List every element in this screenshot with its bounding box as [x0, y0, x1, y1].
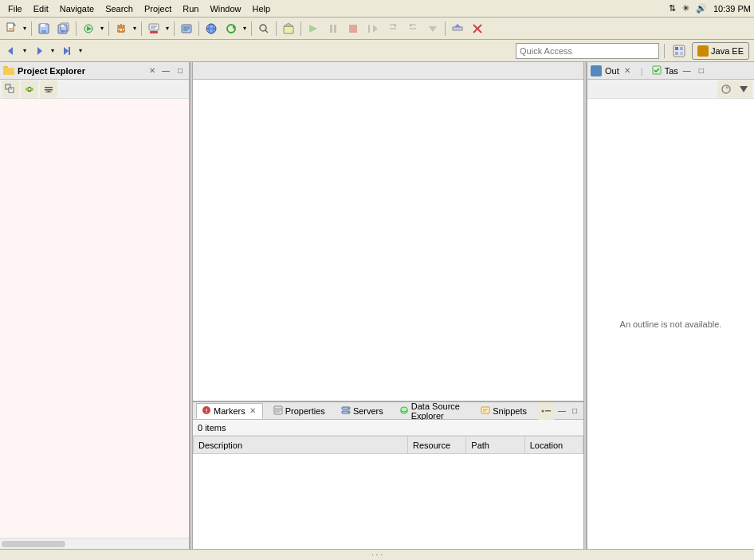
project-explorer-content[interactable]: [0, 99, 189, 538]
search-tool-button[interactable]: [254, 20, 273, 37]
menu-edit[interactable]: Edit: [29, 2, 53, 15]
view-menu-button[interactable]: [40, 80, 57, 98]
col-description[interactable]: Description: [194, 437, 408, 454]
ext-tools-dropdown[interactable]: ▾: [163, 20, 171, 37]
link-with-editor-button[interactable]: [21, 80, 38, 98]
svg-line-34: [265, 30, 268, 33]
step-into-button[interactable]: [363, 20, 383, 37]
save-button[interactable]: [34, 20, 53, 37]
breakpoints-button[interactable]: [468, 20, 487, 37]
quick-access-input[interactable]: [516, 43, 659, 59]
outline-maximize[interactable]: □: [696, 65, 707, 76]
menu-project[interactable]: Project: [139, 2, 176, 15]
java-ee-perspective[interactable]: Java EE: [692, 42, 749, 60]
step-return-button[interactable]: [403, 20, 422, 37]
sep8: [276, 22, 277, 36]
menu-navigate[interactable]: Navigate: [55, 2, 99, 15]
project-explorer-title: Project Explorer: [18, 66, 144, 76]
project-explorer-minimize[interactable]: —: [160, 65, 171, 76]
collapse-all-button[interactable]: [2, 80, 19, 98]
drop-to-frame-button[interactable]: [423, 20, 442, 37]
scrollbar-thumb[interactable]: [2, 541, 65, 547]
outline-title-label: Out: [605, 66, 619, 76]
outline-close[interactable]: ✕: [622, 65, 632, 76]
menu-window[interactable]: Window: [205, 2, 245, 15]
tab-snippets[interactable]: Snippets: [475, 403, 532, 419]
terminate-button[interactable]: [344, 20, 363, 37]
editor-content[interactable]: [193, 80, 583, 401]
svg-rect-21: [149, 24, 159, 30]
sep10: [445, 22, 446, 36]
back-button[interactable]: [2, 42, 21, 60]
ext-tools-group: ▾: [144, 20, 171, 37]
svg-marker-47: [429, 26, 437, 32]
project-explorer-close[interactable]: ✕: [147, 65, 157, 76]
open-task-button[interactable]: [177, 20, 196, 37]
new-dropdown[interactable]: ▾: [21, 20, 29, 37]
build-group: ▾: [79, 20, 106, 37]
sep1: [31, 22, 32, 36]
tab-servers[interactable]: Servers: [336, 403, 389, 419]
svg-point-86: [542, 409, 544, 412]
tasks-tab-label[interactable]: Tas: [665, 66, 678, 76]
sound-icon: 🔊: [696, 3, 707, 14]
save-all-button[interactable]: [54, 20, 73, 37]
build-dropdown[interactable]: ▾: [98, 20, 106, 37]
step-over-button[interactable]: [383, 20, 403, 37]
menu-help[interactable]: Help: [248, 2, 276, 15]
browser-dropdown[interactable]: ▾: [241, 20, 249, 37]
open-perspective-button[interactable]: [670, 42, 689, 60]
team-button[interactable]: [279, 20, 298, 37]
horizontal-scrollbar[interactable]: [0, 538, 189, 549]
open-browser-button[interactable]: [202, 20, 221, 37]
menu-search[interactable]: Search: [100, 2, 138, 15]
svg-marker-71: [45, 91, 53, 92]
col-location[interactable]: Location: [524, 437, 583, 454]
svg-rect-57: [675, 47, 678, 50]
bluetooth-icon: ✳: [682, 3, 689, 14]
svg-marker-1: [14, 23, 16, 25]
build-button[interactable]: [79, 20, 98, 37]
new-button[interactable]: [2, 20, 21, 37]
ext-tools-button[interactable]: [144, 20, 163, 37]
outline-sync-button[interactable]: [717, 80, 735, 98]
forward-button[interactable]: [29, 42, 49, 60]
divider-dots: · · ·: [371, 550, 383, 559]
outline-minimize[interactable]: —: [681, 65, 693, 76]
bottom-view-menu-button[interactable]: [537, 402, 555, 420]
back-dropdown[interactable]: ▾: [21, 42, 29, 60]
markers-table-container[interactable]: Description Resource Path Location: [193, 436, 583, 549]
project-explorer-folder-icon: [3, 65, 14, 76]
menu-file[interactable]: File: [3, 2, 27, 15]
svg-marker-41: [373, 25, 378, 33]
svg-point-14: [117, 25, 120, 28]
menu-run[interactable]: Run: [178, 2, 203, 15]
svg-rect-87: [545, 410, 551, 412]
suspend-button[interactable]: [324, 20, 343, 37]
outline-icon: [591, 65, 602, 76]
project-explorer-maximize[interactable]: □: [175, 65, 186, 76]
markers-tab-close[interactable]: ✕: [248, 405, 257, 416]
forward-dropdown[interactable]: ▾: [49, 42, 57, 60]
svg-marker-52: [8, 47, 13, 55]
resume-button[interactable]: [304, 20, 323, 37]
bottom-maximize[interactable]: □: [569, 405, 580, 417]
markers-info: 0 items: [193, 420, 583, 436]
svg-rect-65: [9, 88, 14, 92]
col-path[interactable]: Path: [466, 437, 524, 454]
tab-properties-label: Properties: [285, 406, 325, 416]
outline-view-menu[interactable]: [735, 80, 752, 98]
svg-rect-59: [675, 52, 678, 55]
tab-markers[interactable]: ! Markers ✕: [196, 403, 263, 419]
open-breakpoints-button[interactable]: [448, 20, 467, 37]
next-button[interactable]: [57, 42, 77, 60]
debug-button[interactable]: [112, 20, 131, 37]
tab-datasource[interactable]: Data Source Explorer: [394, 399, 470, 423]
tab-properties[interactable]: Properties: [268, 403, 331, 419]
next-group: ▾: [57, 42, 84, 60]
next-dropdown[interactable]: ▾: [77, 42, 84, 60]
debug-dropdown[interactable]: ▾: [131, 20, 139, 37]
col-resource[interactable]: Resource: [407, 437, 465, 454]
refresh-button[interactable]: [222, 20, 241, 37]
bottom-minimize[interactable]: —: [556, 405, 567, 417]
